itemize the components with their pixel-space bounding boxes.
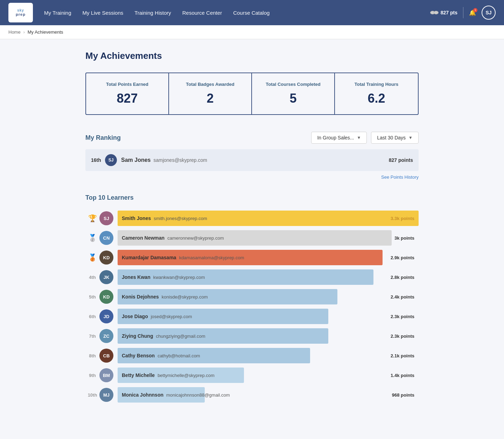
nav-training-history[interactable]: Training History bbox=[134, 7, 171, 19]
learner-avatar: CN bbox=[99, 231, 113, 245]
stat-label-badges: Total Badges Awarded bbox=[176, 82, 244, 87]
learner-points: 2.3k points bbox=[391, 334, 414, 339]
learner-name: Jones Kwan bbox=[122, 274, 150, 280]
my-name: Sam Jones bbox=[121, 157, 150, 163]
stat-value-courses: 5 bbox=[259, 91, 327, 106]
learner-email: monicajohnnson88@gmail.com bbox=[166, 392, 230, 398]
learner-points: 3.3k points bbox=[391, 216, 414, 221]
learner-avatar: ZC bbox=[99, 329, 113, 343]
learner-name: Konis Dejohnes bbox=[122, 294, 159, 300]
learner-avatar: KD bbox=[99, 251, 113, 265]
stat-value-badges: 2 bbox=[176, 91, 244, 106]
learner-avatar: KD bbox=[99, 290, 113, 304]
stat-card-points: Total Points Earned 827 bbox=[86, 73, 169, 114]
learner-rank: 9th bbox=[85, 373, 99, 378]
learner-avatar: BM bbox=[99, 368, 113, 382]
filter-period-dropdown[interactable]: Last 30 Days ▼ bbox=[371, 132, 419, 144]
learner-row: 🥈CNCameron Newmancameronnew@skyprep.com3… bbox=[85, 228, 419, 248]
learner-email: smith.jones@skyprep.com bbox=[154, 216, 207, 221]
nav-divider bbox=[463, 7, 463, 18]
learner-bar-container: Cameron Newmancameronnew@skyprep.com3k p… bbox=[118, 230, 419, 246]
page-title: My Achievements bbox=[85, 50, 419, 61]
stat-label-courses: Total Courses Completed bbox=[259, 82, 327, 87]
learner-email: bettymichelle@skyprep.com bbox=[158, 373, 215, 378]
learner-avatar: JK bbox=[99, 270, 113, 284]
stats-grid: Total Points Earned 827 Total Badges Awa… bbox=[85, 73, 419, 115]
breadcrumb-separator: › bbox=[23, 30, 25, 35]
learner-bar-container: Ziying Chungchungziying@gmail.com2.3k po… bbox=[118, 328, 419, 344]
learner-bar-container: Konis Dejohneskonisde@skyprep.com2.4k po… bbox=[118, 289, 419, 304]
my-points: 827 points bbox=[389, 157, 413, 163]
learner-row: 9thBMBetty Michellebettymichelle@skyprep… bbox=[85, 365, 419, 385]
learner-row: 8thCBCathy Bensoncathyb@hotmail.com2.1k … bbox=[85, 346, 419, 365]
breadcrumb-home[interactable]: Home bbox=[8, 29, 21, 35]
stat-label-points: Total Points Earned bbox=[93, 82, 161, 87]
filter-group-dropdown[interactable]: In Group Sales... ▼ bbox=[311, 132, 367, 144]
learner-points: 2.9k points bbox=[391, 255, 414, 260]
learner-row: 7thZCZiying Chungchungziying@gmail.com2.… bbox=[85, 326, 419, 346]
learner-bar-container: Kumardajar Damasamakdamasamaloma@skyprep… bbox=[118, 250, 419, 265]
stat-value-points: 827 bbox=[93, 91, 161, 106]
learner-email: cathyb@hotmail.com bbox=[158, 353, 200, 358]
top10-list: 🏆SJSmith Jonessmith.jones@skyprep.com3.3… bbox=[85, 208, 419, 405]
nav-course-catalog[interactable]: Course Catalog bbox=[233, 7, 270, 19]
my-avatar: SJ bbox=[105, 154, 117, 166]
learner-row: 🏆SJSmith Jonessmith.jones@skyprep.com3.3… bbox=[85, 208, 419, 228]
learner-bar-container: Jose Diagojosed@skyprep.com2.3k points bbox=[118, 309, 419, 324]
learner-rank: 🥉 bbox=[85, 253, 99, 262]
ranking-header: My Ranking In Group Sales... ▼ Last 30 D… bbox=[85, 132, 419, 144]
learner-info: Jones Kwankwankwan@skyprep.com2.8k point… bbox=[118, 274, 419, 280]
learner-avatar: MJ bbox=[99, 388, 113, 402]
learner-rank: 10th bbox=[85, 392, 99, 398]
stat-card-badges: Total Badges Awarded 2 bbox=[169, 73, 252, 114]
my-email: samjones@skyprep.com bbox=[153, 157, 207, 163]
learner-rank: 8th bbox=[85, 353, 99, 358]
ranking-title: My Ranking bbox=[85, 134, 121, 142]
breadcrumb: Home › My Achievements bbox=[0, 25, 504, 39]
stat-card-courses: Total Courses Completed 5 bbox=[252, 73, 335, 114]
learner-email: kwankwan@skyprep.com bbox=[153, 275, 205, 280]
learner-points: 2.8k points bbox=[391, 275, 414, 280]
learner-points: 1.4k points bbox=[391, 373, 414, 378]
learner-points: 3k points bbox=[394, 235, 414, 241]
nav-resource-center[interactable]: Resource Center bbox=[182, 7, 222, 19]
learner-name: Betty Michelle bbox=[122, 372, 155, 378]
learner-rank: 5th bbox=[85, 294, 99, 300]
learner-name: Smith Jones bbox=[122, 215, 151, 221]
learner-rank: 4th bbox=[85, 275, 99, 280]
period-dropdown-arrow: ▼ bbox=[408, 135, 413, 140]
group-dropdown-arrow: ▼ bbox=[357, 135, 361, 140]
user-avatar[interactable]: SJ bbox=[482, 6, 496, 20]
navbar: sky prep My Training My Live Sessions Tr… bbox=[0, 0, 504, 25]
my-rank-position: 16th bbox=[91, 157, 105, 163]
learner-points: 2.1k points bbox=[391, 353, 414, 358]
learner-bar-container: Monica Johnnsonmonicajohnnson88@gmail.co… bbox=[118, 387, 419, 403]
learner-email: kdamasamaloma@skyprep.com bbox=[179, 255, 244, 260]
learner-info: Ziying Chungchungziying@gmail.com2.3k po… bbox=[118, 333, 419, 339]
learner-row: 10thMJMonica Johnnsonmonicajohnnson88@gm… bbox=[85, 385, 419, 405]
top10-title: Top 10 Learners bbox=[85, 194, 419, 201]
stat-card-hours: Total Training Hours 6.2 bbox=[335, 73, 418, 114]
learner-name: Monica Johnnson bbox=[122, 392, 163, 398]
learner-rank: 🥈 bbox=[85, 234, 99, 242]
learner-info: Monica Johnnsonmonicajohnnson88@gmail.co… bbox=[118, 392, 419, 398]
learner-row: 5thKDKonis Dejohneskonisde@skyprep.com2.… bbox=[85, 287, 419, 307]
learner-rank: 🏆 bbox=[85, 214, 99, 222]
learner-name: Ziying Chung bbox=[122, 333, 153, 339]
nav-links: My Training My Live Sessions Training Hi… bbox=[44, 7, 430, 19]
learner-row: 🥉KDKumardajar Damasamakdamasamaloma@skyp… bbox=[85, 248, 419, 267]
stat-label-hours: Total Training Hours bbox=[342, 82, 411, 87]
learner-info: Smith Jonessmith.jones@skyprep.com3.3k p… bbox=[118, 215, 419, 221]
logo[interactable]: sky prep bbox=[8, 3, 33, 22]
learner-name: Kumardajar Damasama bbox=[122, 255, 176, 260]
see-history-container: See Points History bbox=[85, 174, 419, 180]
learner-row: 4thJKJones Kwankwankwan@skyprep.com2.8k … bbox=[85, 267, 419, 287]
notifications-bell[interactable]: 🔔 1 bbox=[469, 9, 476, 16]
see-points-history-link[interactable]: See Points History bbox=[381, 174, 419, 180]
nav-my-live-sessions[interactable]: My Live Sessions bbox=[83, 7, 124, 19]
learner-rank: 6th bbox=[85, 314, 99, 319]
stat-value-hours: 6.2 bbox=[342, 91, 411, 106]
notification-badge: 1 bbox=[473, 8, 477, 12]
nav-my-training[interactable]: My Training bbox=[44, 7, 71, 19]
learner-email: chungziying@gmail.com bbox=[156, 334, 205, 339]
